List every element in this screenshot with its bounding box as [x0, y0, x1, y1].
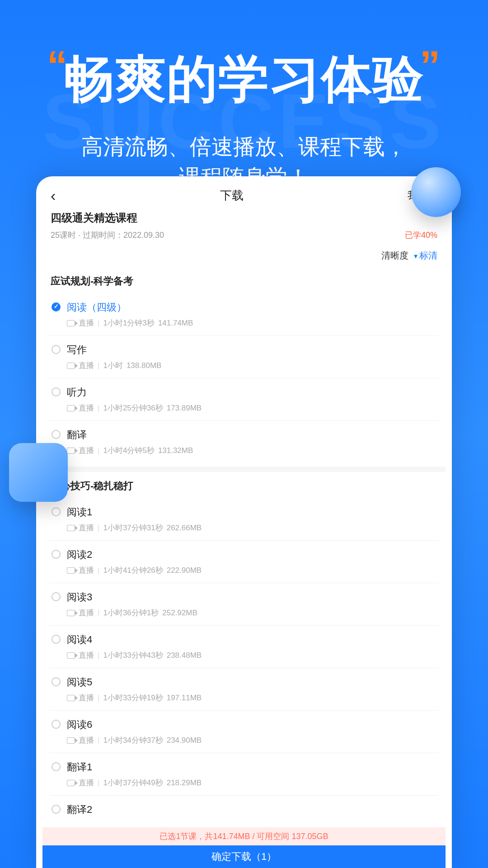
select-radio[interactable]: [52, 677, 61, 686]
video-icon: [67, 363, 75, 369]
lesson-type: 直播: [79, 360, 94, 371]
lesson-item[interactable]: 翻译1直播|1小时37分钟49秒 218.29MB: [49, 753, 439, 796]
lesson-title: 阅读5: [67, 675, 432, 689]
lesson-item[interactable]: 听力直播|1小时25分钟36秒 173.89MB: [49, 378, 439, 421]
lesson-size: 262.66MB: [167, 524, 202, 533]
lesson-item[interactable]: 阅读1直播|1小时37分钟31秒 262.66MB: [49, 498, 439, 541]
lesson-meta: 直播|1小时1分钟3秒 141.74MB: [67, 318, 432, 328]
select-radio[interactable]: [52, 345, 61, 354]
video-icon: [67, 695, 75, 701]
lesson-size: 138.80MB: [127, 361, 162, 370]
back-icon[interactable]: ‹: [51, 188, 56, 203]
hero-sub-line1: 高清流畅、倍速播放、课程下载，: [0, 132, 488, 162]
quality-selector[interactable]: 清晰度 标清: [42, 245, 446, 267]
phone-frame: ‹ 下载 我的下 四级通关精选课程 25课时 · 过期时间：2022.09.30…: [36, 176, 452, 868]
lesson-duration: 1小时36分钟1秒: [103, 608, 159, 618]
lesson-type: 直播: [79, 608, 94, 618]
video-icon: [67, 525, 75, 531]
select-radio[interactable]: [52, 387, 61, 396]
navbar: ‹ 下载 我的下: [42, 183, 446, 208]
lesson-duration: 1小时37分钟31秒: [103, 523, 163, 533]
lesson-meta: 直播|1小时37分钟49秒 218.29MB: [67, 778, 432, 788]
lesson-duration: 1小时37分钟49秒: [103, 778, 163, 788]
select-radio[interactable]: [52, 805, 61, 814]
lesson-type: 直播: [79, 565, 94, 576]
page-title: 下载: [220, 188, 244, 203]
lesson-size: 131.32MB: [158, 446, 193, 455]
selection-info-bar: 已选1节课，共141.74MB / 可用空间 137.05GB: [42, 827, 446, 845]
lesson-type: 直播: [79, 735, 94, 745]
lesson-scroll[interactable]: 应试规划-科学备考阅读（四级）直播|1小时1分钟3秒 141.74MB写作直播|…: [42, 267, 446, 868]
confirm-download-button[interactable]: 确定下载（1）: [42, 845, 446, 868]
lesson-type: 直播: [79, 523, 94, 533]
lesson-duration: 1小时1分钟3秒: [103, 318, 154, 328]
select-radio[interactable]: [52, 550, 61, 559]
course-header: 四级通关精选课程 25课时 · 过期时间：2022.09.30 已学40%: [42, 208, 446, 245]
lesson-type: 直播: [79, 318, 94, 328]
lesson-duration: 1小时33分钟43秒: [103, 650, 163, 660]
lesson-item[interactable]: 翻译直播|1小时4分钟5秒 131.32MB: [49, 421, 439, 463]
lesson-size: 218.29MB: [167, 778, 202, 788]
lesson-title: 阅读4: [67, 633, 432, 646]
select-radio[interactable]: [52, 635, 61, 644]
select-radio[interactable]: [52, 592, 61, 601]
lesson-item[interactable]: 阅读4直播|1小时33分钟43秒 238.48MB: [49, 626, 439, 668]
video-icon: [67, 780, 75, 786]
video-icon: [67, 652, 75, 659]
lesson-meta: 直播|1小时4分钟5秒 131.32MB: [67, 445, 432, 456]
lesson-size: 252.92MB: [162, 609, 197, 618]
phone-screen: ‹ 下载 我的下 四级通关精选课程 25课时 · 过期时间：2022.09.30…: [42, 183, 446, 868]
lesson-size: 234.90MB: [167, 736, 202, 745]
lesson-title: 阅读2: [67, 548, 432, 561]
course-meta: 25课时 · 过期时间：2022.09.30: [51, 230, 164, 241]
lesson-item[interactable]: 阅读5直播|1小时33分钟19秒 197.11MB: [49, 668, 439, 711]
my-downloads-link[interactable]: 我的下: [408, 189, 437, 202]
quote-close-icon: ”: [420, 43, 441, 88]
lesson-title: 听力: [67, 386, 432, 399]
section-header: 应试规划-科学备考: [42, 267, 446, 293]
select-radio[interactable]: [52, 302, 61, 311]
lesson-duration: 1小时25分钟36秒: [103, 403, 163, 413]
lesson-size: 141.74MB: [158, 319, 193, 328]
lesson-duration: 1小时41分钟26秒: [103, 565, 163, 576]
quality-label: 清晰度: [381, 250, 408, 262]
section-header: 核心技巧-稳扎稳打: [42, 472, 446, 498]
video-icon: [67, 320, 75, 326]
hero: “畅爽的学习体验” 高清流畅、倍速播放、课程下载， 课程随身学！: [0, 0, 488, 192]
lesson-title: 阅读1: [67, 505, 432, 519]
course-progress: 已学40%: [405, 230, 437, 241]
lesson-item[interactable]: 阅读3直播|1小时36分钟1秒 252.92MB: [49, 583, 439, 626]
lesson-duration: 1小时: [103, 360, 122, 371]
hero-title-text: 畅爽的学习体验: [64, 51, 424, 107]
lesson-item[interactable]: 阅读（四级）直播|1小时1分钟3秒 141.74MB: [49, 293, 439, 336]
lesson-title: 翻译: [67, 428, 432, 442]
lesson-title: 翻译1: [67, 760, 432, 774]
select-radio[interactable]: [52, 762, 61, 771]
lesson-type: 直播: [79, 778, 94, 788]
video-icon: [67, 448, 75, 454]
lesson-title: 写作: [67, 343, 432, 357]
select-radio[interactable]: [52, 507, 61, 516]
lesson-title: 阅读6: [67, 718, 432, 731]
lesson-duration: 1小时33分钟19秒: [103, 693, 163, 703]
quote-open-icon: “: [47, 43, 68, 88]
lesson-duration: 1小时34分钟37秒: [103, 735, 163, 745]
lesson-meta: 直播|1小时 138.80MB: [67, 360, 432, 371]
lesson-item[interactable]: 阅读6直播|1小时34分钟37秒 234.90MB: [49, 711, 439, 753]
lesson-item[interactable]: 翻译2: [49, 796, 439, 827]
lesson-title: 阅读3: [67, 590, 432, 604]
course-title: 四级通关精选课程: [51, 211, 437, 225]
lesson-meta: 直播|1小时25分钟36秒 173.89MB: [67, 403, 432, 413]
lesson-item[interactable]: 阅读2直播|1小时41分钟26秒 222.90MB: [49, 541, 439, 583]
lesson-type: 直播: [79, 693, 94, 703]
select-radio[interactable]: [52, 720, 61, 729]
lesson-meta: 直播|1小时34分钟37秒 234.90MB: [67, 735, 432, 745]
lesson-size: 238.48MB: [167, 651, 202, 660]
lesson-meta: 直播|1小时41分钟26秒 222.90MB: [67, 565, 432, 576]
select-radio[interactable]: [52, 430, 61, 439]
lesson-title: 翻译2: [67, 803, 432, 816]
lesson-title: 阅读（四级）: [67, 301, 432, 314]
lesson-meta: 直播|1小时33分钟43秒 238.48MB: [67, 650, 432, 660]
lesson-size: 222.90MB: [167, 566, 202, 575]
lesson-item[interactable]: 写作直播|1小时 138.80MB: [49, 336, 439, 378]
